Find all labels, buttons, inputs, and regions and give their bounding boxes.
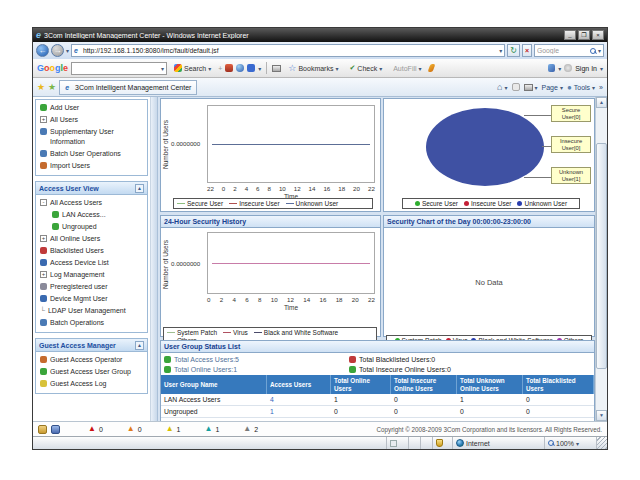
sidebar-item[interactable]: - All Access Users — [36, 197, 147, 209]
collapse-icon[interactable]: ▲ — [135, 184, 144, 193]
item-label[interactable]: LAN Access... — [62, 210, 106, 220]
sidebar-item[interactable]: Batch User Operations — [36, 148, 147, 160]
item-label[interactable]: Supplementary User Information — [50, 127, 145, 147]
item-label[interactable]: Device Mgmt User — [50, 294, 108, 304]
sidebar-splitter[interactable] — [151, 97, 158, 421]
item-label[interactable]: Guest Access User Group — [50, 367, 131, 377]
column-header[interactable]: Total Unknown Online Users — [457, 375, 523, 394]
expander-icon[interactable]: + — [40, 235, 47, 242]
add-gadget-icon[interactable] — [247, 64, 255, 72]
url-text[interactable]: http://192.168.1.150:8080/imc/fault/defa… — [83, 47, 497, 54]
item-label[interactable]: Batch Operations — [50, 318, 104, 328]
home-dropdown-icon[interactable]: ▾ — [504, 84, 507, 91]
check-dropdown-icon[interactable]: ▾ — [379, 65, 382, 72]
item-label[interactable]: All Access Users — [50, 198, 102, 208]
alarm-user-icon[interactable] — [38, 425, 47, 434]
signin-label[interactable]: Sign In — [575, 65, 597, 72]
home-button[interactable]: ⌂▾ — [497, 82, 507, 92]
alarm-hand-icon[interactable] — [51, 425, 60, 434]
translate-globe-icon[interactable] — [236, 64, 244, 72]
search-icon[interactable] — [590, 48, 596, 54]
item-label[interactable]: Blacklisted Users — [50, 246, 104, 256]
highlighter-icon[interactable] — [427, 64, 435, 72]
scroll-down-icon[interactable]: ▼ — [596, 410, 607, 421]
search-input[interactable]: Google ▾ — [534, 44, 604, 57]
page-button[interactable]: Page▾ — [542, 84, 563, 91]
expander-icon[interactable]: + — [40, 271, 47, 278]
sidebar-item[interactable]: + All Online Users — [36, 233, 147, 245]
item-label[interactable]: Log Management — [50, 270, 104, 280]
sidebar-item[interactable]: └ LDAP User Management — [36, 305, 147, 317]
minimize-button[interactable]: _ — [564, 30, 576, 40]
gadget-dropdown-icon[interactable]: ▾ — [258, 65, 261, 72]
search-provider-dropdown-icon[interactable]: ▾ — [598, 47, 601, 54]
column-header[interactable]: Total Online Users — [331, 375, 391, 394]
item-label[interactable]: Guest Access Log — [50, 379, 106, 389]
close-button[interactable]: × — [592, 30, 604, 40]
sidebar-item[interactable]: Guest Access User Group — [36, 366, 147, 378]
item-label[interactable]: Access Device List — [50, 258, 109, 268]
check-button[interactable]: ✔ Check ▾ — [345, 62, 386, 74]
alarm-severity-counter[interactable]: ▲2 — [243, 425, 258, 433]
item-label[interactable]: Preregistered user — [50, 282, 108, 292]
maximize-button[interactable]: ❐ — [578, 30, 590, 40]
google-search-input[interactable]: ▾ — [71, 62, 167, 75]
history-dropdown-icon[interactable]: ▾ — [66, 47, 69, 54]
sidebar-item[interactable]: Device Mgmt User — [36, 293, 147, 305]
stop-button[interactable]: × — [522, 44, 532, 57]
table-row[interactable]: Ungrouped 1 0 0 0 0 — [161, 406, 594, 418]
alarm-severity-counter[interactable]: ▲1 — [166, 425, 181, 433]
sidebar-item[interactable]: Batch Operations — [36, 317, 147, 329]
print-dropdown-icon[interactable]: ▾ — [535, 84, 538, 91]
toolbar-overflow-icon[interactable]: » — [599, 84, 603, 91]
toolbar-plus-icon[interactable]: + — [218, 65, 222, 72]
item-label[interactable]: Import Users — [50, 161, 90, 171]
url-field[interactable]: e http://192.168.1.150:8080/imc/fault/de… — [71, 44, 505, 57]
sidebar-item[interactable]: Guest Access Operator — [36, 354, 147, 366]
item-label[interactable]: LDAP User Management — [48, 306, 126, 316]
expander-icon[interactable]: - — [40, 199, 47, 206]
page-dropdown-icon[interactable]: ▾ — [560, 84, 563, 91]
sidebar-item[interactable]: Guest Access Log — [36, 378, 147, 390]
column-header[interactable]: User Group Name — [161, 375, 267, 394]
cell-access-users[interactable]: 1 — [267, 406, 331, 418]
bookmarks-button[interactable]: ☆ Bookmarks ▾ — [284, 61, 342, 75]
section-header-guest-access-manager[interactable]: Guest Access Manager ▲ — [36, 339, 147, 352]
item-label[interactable]: Guest Access Operator — [50, 355, 122, 365]
column-header[interactable]: Access Users — [267, 375, 331, 394]
sidebar-item[interactable]: LAN Access... — [36, 209, 147, 221]
item-label[interactable]: Batch User Operations — [50, 149, 121, 159]
refresh-button[interactable]: ↻ — [507, 44, 520, 57]
cell-access-users[interactable]: 4 — [267, 394, 331, 406]
sidebar-item[interactable]: + Log Management — [36, 269, 147, 281]
item-label[interactable]: All Users — [50, 115, 78, 125]
sidebar-item[interactable]: Supplementary User Information — [36, 126, 147, 148]
google-search-dropdown-icon[interactable]: ▾ — [161, 65, 164, 72]
zoom-pane[interactable]: 100%▾ — [545, 437, 597, 449]
tab-3com-imc[interactable]: e 3Com Intelligent Management Center — [59, 80, 197, 95]
wrench-icon[interactable] — [548, 64, 555, 72]
sendto-icon[interactable] — [272, 65, 281, 72]
autofill-dropdown-icon[interactable]: ▾ — [419, 65, 422, 72]
forward-button[interactable]: → — [51, 44, 64, 57]
section-header-access-user-view[interactable]: Access User View ▲ — [36, 182, 147, 195]
autofill-button[interactable]: AutoFill ▾ — [389, 63, 425, 74]
alarm-severity-counter[interactable]: ▲1 — [204, 425, 219, 433]
vertical-scrollbar[interactable]: ▲ ▼ — [595, 97, 607, 421]
add-favorite-icon[interactable]: ★ — [48, 82, 56, 92]
expander-icon[interactable]: + — [40, 116, 47, 123]
back-button[interactable]: ← — [36, 44, 49, 57]
scroll-up-icon[interactable]: ▲ — [596, 97, 607, 108]
bookmarks-dropdown-icon[interactable]: ▾ — [335, 65, 338, 72]
sidebar-item[interactable]: + All Users — [36, 114, 147, 126]
search-options-dropdown-icon[interactable]: ▾ — [208, 65, 211, 72]
print-button[interactable]: ▾ — [524, 84, 538, 91]
tools-dropdown-icon[interactable]: ▾ — [592, 84, 595, 91]
google-search-button[interactable]: Search ▾ — [170, 62, 215, 74]
alarm-severity-counter[interactable]: ▲0 — [88, 425, 103, 433]
signin-dropdown-icon[interactable]: ▾ — [600, 65, 603, 72]
column-header[interactable]: Total Blacklisted Users — [523, 375, 594, 394]
scrollbar-thumb[interactable] — [596, 143, 607, 369]
column-header[interactable]: Total Insecure Online Users — [391, 375, 457, 394]
collapse-icon[interactable]: ▲ — [135, 341, 144, 350]
